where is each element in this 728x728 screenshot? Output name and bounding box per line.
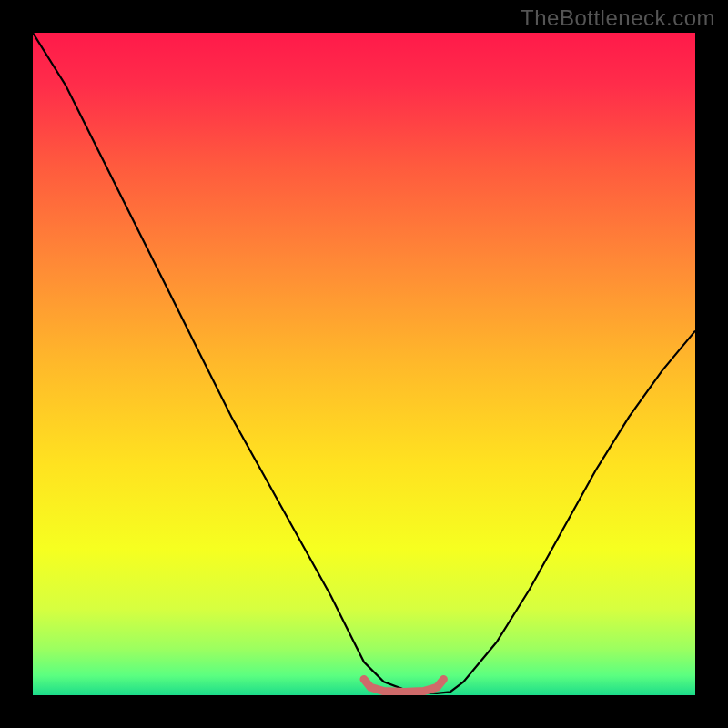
gradient-background — [33, 33, 695, 695]
chart-container: TheBottleneck.com — [0, 0, 728, 728]
plot-area — [33, 33, 695, 695]
chart-svg — [33, 33, 695, 695]
watermark-text: TheBottleneck.com — [521, 5, 715, 31]
